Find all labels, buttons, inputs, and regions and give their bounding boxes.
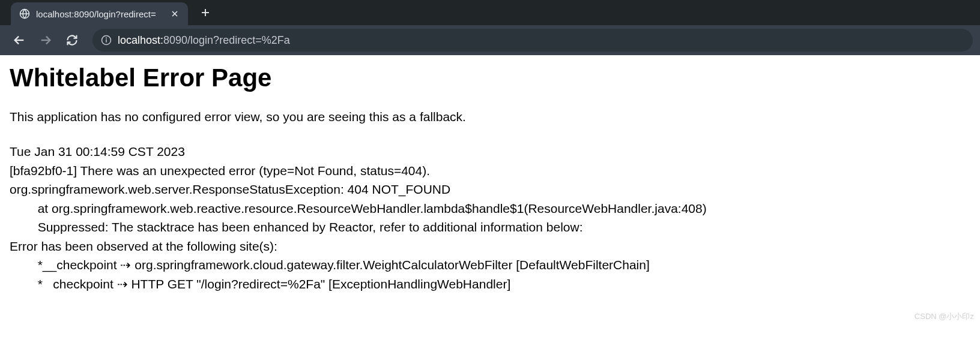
exception: org.springframework.web.server.ResponseS… <box>10 180 970 199</box>
address-bar[interactable]: localhost:8090/login?redirect=%2Fa <box>92 29 973 52</box>
new-tab-button[interactable] <box>196 4 214 22</box>
close-icon[interactable] <box>170 9 180 19</box>
svg-point-9 <box>106 38 107 38</box>
browser-chrome: localhost:8090/login?redirect= <box>0 0 980 55</box>
stack-at: at org.springframework.web.reactive.reso… <box>10 199 970 218</box>
page-content: Whitelabel Error Page This application h… <box>0 55 980 302</box>
suppressed: Suppressed: The stacktrace has been enha… <box>10 218 970 237</box>
page-title: Whitelabel Error Page <box>10 64 970 92</box>
url-text: localhost:8090/login?redirect=%2Fa <box>118 34 290 47</box>
forward-button[interactable] <box>34 28 58 52</box>
url-host: localhost: <box>118 34 163 46</box>
timestamp: Tue Jan 31 00:14:59 CST 2023 <box>10 142 970 161</box>
tab-title: localhost:8090/login?redirect= <box>36 9 164 19</box>
info-icon[interactable] <box>101 35 112 46</box>
watermark: CSDN @小小印z <box>915 311 974 322</box>
error-details: Tue Jan 31 00:14:59 CST 2023[bfa92bf0-1]… <box>10 142 970 293</box>
browser-toolbar: localhost:8090/login?redirect=%2Fa <box>0 25 980 55</box>
observed: Error has been observed at the following… <box>10 237 970 256</box>
tab-strip: localhost:8090/login?redirect= <box>0 0 980 25</box>
back-button[interactable] <box>7 28 31 52</box>
checkpoint-2: * checkpoint ⇢ HTTP GET "/login?redirect… <box>10 275 970 294</box>
browser-tab[interactable]: localhost:8090/login?redirect= <box>11 2 188 25</box>
reload-button[interactable] <box>60 28 84 52</box>
page-subheading: This application has no configured error… <box>10 108 970 125</box>
globe-icon <box>19 8 30 19</box>
url-path: 8090/login?redirect=%2Fa <box>163 34 290 46</box>
checkpoint-1: *__checkpoint ⇢ org.springframework.clou… <box>10 255 970 275</box>
error-summary: [bfa92bf0-1] There was an unexpected err… <box>10 161 970 180</box>
